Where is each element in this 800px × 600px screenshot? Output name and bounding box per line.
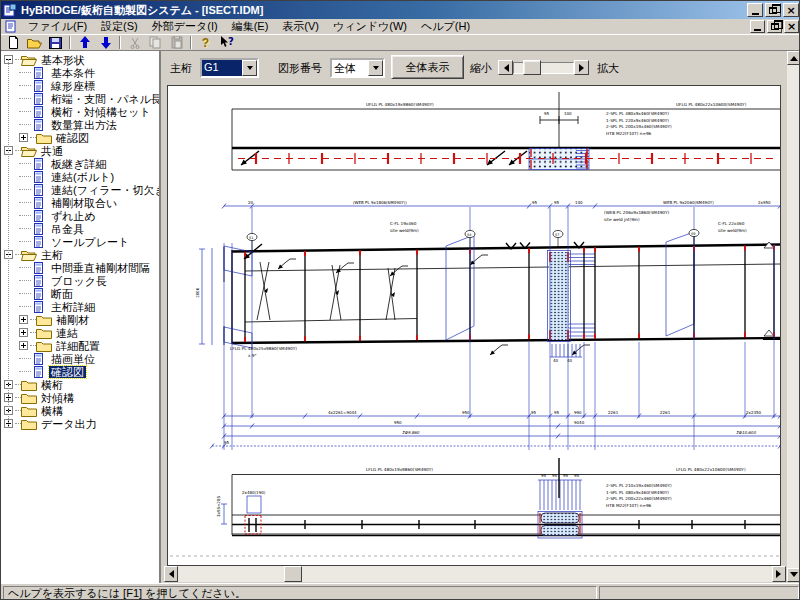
tree-item[interactable]: 主桁詳細 <box>1 300 159 313</box>
restore-button[interactable] <box>765 3 781 17</box>
scroll-down-button[interactable] <box>787 568 800 582</box>
svg-text:HTB M22(F10T) n=96: HTB M22(F10T) n=96 <box>606 503 652 508</box>
drawing-elevation-view: 40 40 1806 C-FL 19x460 site weld(9m) (WE… <box>195 200 780 445</box>
tree-item[interactable]: データ出力 <box>1 417 159 430</box>
cut-button[interactable] <box>124 35 145 50</box>
tree-item[interactable]: ブロック長 <box>1 274 159 287</box>
paste-button[interactable] <box>166 35 187 50</box>
menu-bar: ファイル(F) 設定(S) 外部データ(I) 編集(E) 表示(V) ウィンドウ… <box>1 19 800 35</box>
close-icon: × <box>786 5 795 16</box>
zoom-slider-thumb[interactable] <box>523 60 541 75</box>
down-arrow-icon <box>100 36 112 49</box>
tree-item[interactable]: 描画単位 <box>1 352 159 365</box>
tree-item[interactable]: ずれ止め <box>1 209 159 222</box>
mdi-restore-button[interactable] <box>767 20 782 33</box>
save-button[interactable] <box>45 35 66 50</box>
tree-item[interactable]: 吊金具 <box>1 222 159 235</box>
fit-view-button[interactable]: 全体表示 <box>391 55 464 79</box>
menu-edit[interactable]: 編集(E) <box>225 18 276 35</box>
tree-item[interactable]: 横構 <box>1 404 159 417</box>
open-button[interactable] <box>24 35 45 50</box>
tree-item-label: 基本条件 <box>49 67 97 79</box>
svg-text:2-SPL PL 200x22x460(SM490Y): 2-SPL PL 200x22x460(SM490Y) <box>606 496 672 501</box>
new-document-icon <box>7 36 20 49</box>
tree-item[interactable]: 補剛材取合い <box>1 196 159 209</box>
menu-view[interactable]: 表示(V) <box>275 18 326 35</box>
drawing-canvas[interactable]: UFLG PL 480x19x9860(SM490Y) UFLG PL 480x… <box>167 85 781 566</box>
tree-item[interactable]: 中間垂直補剛材間隔 <box>1 261 159 274</box>
figure-select[interactable]: 全体 <box>330 58 385 78</box>
document-icon[interactable] <box>4 20 18 33</box>
tree-item[interactable]: 基本条件 <box>1 66 159 79</box>
tree-item[interactable]: 板継ぎ詳細 <box>1 157 159 170</box>
tree-item[interactable]: 桁端・支間・パネル長 <box>1 92 159 105</box>
minimize-button[interactable] <box>747 3 763 17</box>
svg-text:95: 95 <box>552 473 558 478</box>
tree-item-label: 対傾構 <box>39 392 76 404</box>
tree-item[interactable]: 横桁 <box>1 378 159 391</box>
copy-button[interactable] <box>145 35 166 50</box>
tree-item[interactable]: 連結(フィラー・切欠き) <box>1 183 159 196</box>
tree-item-label: ブロック長 <box>49 275 109 287</box>
svg-text:95: 95 <box>532 200 538 205</box>
svg-text:ΣΦ9.860: ΣΦ9.860 <box>402 430 420 435</box>
tree-item-label: 桁端・支間・パネル長 <box>49 93 161 105</box>
svg-text:20: 20 <box>248 200 254 205</box>
menu-window[interactable]: ウィンドウ(W) <box>326 18 414 35</box>
tree-item[interactable]: 横桁・対傾構セット <box>1 105 159 118</box>
zoom-slider-right-button[interactable] <box>574 60 589 75</box>
menu-settings[interactable]: 設定(S) <box>94 18 145 35</box>
close-button[interactable]: × <box>783 3 799 17</box>
tree-item[interactable]: 補剛材 <box>1 313 159 326</box>
move-down-button[interactable] <box>95 35 116 50</box>
tree-item[interactable]: 詳細配置 <box>1 339 159 352</box>
scroll-right-button[interactable] <box>772 566 786 582</box>
toolbar: ? ? <box>1 35 800 51</box>
scroll-up-button[interactable] <box>787 51 800 65</box>
mdi-minimize-button[interactable] <box>750 20 765 33</box>
zoom-slider-left-button[interactable] <box>498 60 513 75</box>
tree-item[interactable]: 主桁 <box>1 248 159 261</box>
figure-select-dropdown-button[interactable] <box>368 60 383 76</box>
menu-external-data[interactable]: 外部データ(I) <box>145 18 225 35</box>
tree-item[interactable]: 基本形状 <box>1 53 159 66</box>
svg-text:site weld(9m): site weld(9m) <box>718 228 747 233</box>
tree-item[interactable]: 連結 <box>1 326 159 339</box>
drawing-control-bar: 主桁 G1 図形番号 全体 全体表示 縮小 拡大 <box>164 51 786 85</box>
svg-text:site weld(9m): site weld(9m) <box>390 228 419 233</box>
girder-select-value: G1 <box>202 60 242 76</box>
mdi-close-button[interactable]: × <box>784 20 799 33</box>
girder-label: 主桁 <box>170 61 192 76</box>
tree-item[interactable]: 数量算出方法 <box>1 118 159 131</box>
girder-select[interactable]: G1 <box>200 58 259 78</box>
svg-text:2x950: 2x950 <box>758 200 771 205</box>
cut-icon <box>129 37 141 49</box>
tree-item[interactable]: 共通 <box>1 144 159 157</box>
horizontal-scrollbar[interactable] <box>164 566 786 582</box>
svg-text:3x95=285: 3x95=285 <box>216 496 221 517</box>
tree-item[interactable]: 連結(ボルト) <box>1 170 159 183</box>
context-help-button[interactable]: ? <box>216 35 237 50</box>
tree-expander[interactable] <box>19 315 28 324</box>
window-title: HyBRIDGE/鈑桁自動製図システム - [ISECT.IDM] <box>21 3 745 18</box>
new-document-button[interactable] <box>3 35 24 50</box>
tree-item[interactable]: ソールプレート <box>1 235 159 248</box>
help-button[interactable]: ? <box>195 35 216 50</box>
tree-expander[interactable] <box>19 328 28 337</box>
scroll-left-button[interactable] <box>164 566 178 582</box>
horizontal-scroll-thumb[interactable] <box>284 566 302 582</box>
tree-expander[interactable] <box>19 133 28 142</box>
move-up-button[interactable] <box>74 35 95 50</box>
menu-file[interactable]: ファイル(F) <box>21 18 94 35</box>
tree-item[interactable]: 対傾構 <box>1 391 159 404</box>
girder-select-dropdown-button[interactable] <box>242 60 257 76</box>
zoom-in-label: 拡大 <box>597 61 619 76</box>
tree-item[interactable]: 確認図 <box>1 131 159 144</box>
tree-expander[interactable] <box>19 341 28 350</box>
tree-item[interactable]: 確認図 <box>1 365 159 378</box>
tree-item-label: 数量算出方法 <box>49 119 119 131</box>
tree-item[interactable]: 断面 <box>1 287 159 300</box>
vertical-scrollbar[interactable] <box>787 51 800 582</box>
tree-item[interactable]: 線形座標 <box>1 79 159 92</box>
menu-help[interactable]: ヘルプ(H) <box>414 18 477 35</box>
